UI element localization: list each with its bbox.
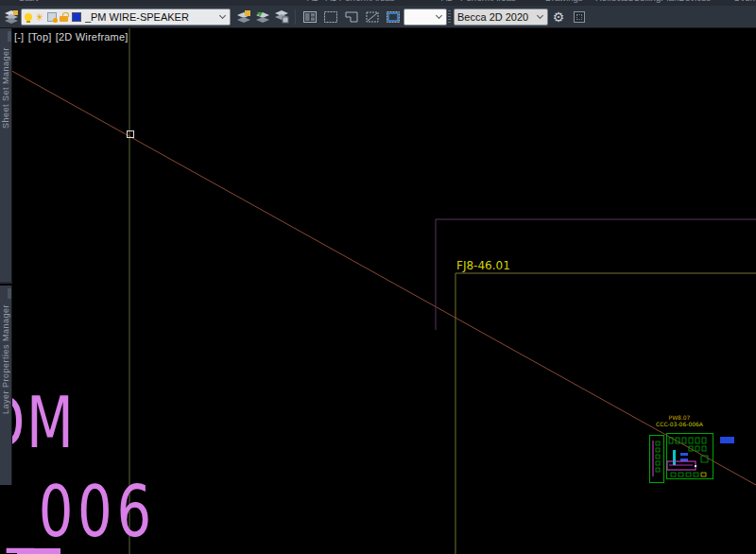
viewport-collapse-control[interactable]: [-] xyxy=(14,31,24,43)
chevron-down-icon[interactable] xyxy=(219,11,226,18)
layer-on-lightbulb-icon[interactable] xyxy=(25,13,32,21)
workspace-dropdown[interactable]: Becca 2D 2020 xyxy=(454,9,548,26)
toolbar: ☀ _PM WIRE-SPEAKER xyxy=(0,6,756,28)
big-drawing-text-line3-partial[interactable] xyxy=(17,548,60,554)
layer-properties-manager-palette-bar[interactable]: Layer Properties Manager xyxy=(0,286,12,485)
chevron-down-icon[interactable] xyxy=(436,11,442,18)
layer-color-swatch[interactable] xyxy=(72,12,81,22)
gear-icon: ⚙ xyxy=(553,10,565,24)
layer-properties-button[interactable] xyxy=(2,8,21,26)
clip-existing-viewport-button[interactable] xyxy=(383,8,404,26)
make-layer-current-icon xyxy=(236,10,251,24)
toolbar-separator xyxy=(295,9,296,25)
big-drawing-text-line2[interactable]: E_006 xyxy=(0,476,156,546)
viewport-view-control[interactable]: [Top] xyxy=(28,31,52,43)
device-label-line1[interactable]: PW8.07 xyxy=(645,414,713,421)
zone-label-text[interactable]: FJ8-46.01 xyxy=(456,259,510,272)
palette-title: Layer Properties Manager xyxy=(1,304,10,414)
layer-unlock-icon[interactable] xyxy=(60,16,68,22)
layer-name: _PM WIRE-SPEAKER xyxy=(85,11,216,23)
my-workspace-icon xyxy=(574,11,585,23)
speaker-wire-diagonal-line[interactable] xyxy=(0,64,756,485)
viewports-dialog-icon xyxy=(303,11,317,23)
make-object-layer-current-button[interactable] xyxy=(234,8,253,26)
purple-boundary-polyline[interactable] xyxy=(436,219,756,330)
blue-terminal xyxy=(680,453,688,456)
my-workspace-button[interactable] xyxy=(569,8,590,26)
viewport-controls: [-] [Top] [2D Wireframe] xyxy=(14,31,129,43)
polygonal-viewport-button[interactable] xyxy=(341,8,362,26)
palette-grip-icon xyxy=(8,31,11,42)
polygonal-viewport-icon xyxy=(345,11,358,23)
palette-grip-icon xyxy=(8,288,11,299)
file-tab[interactable]: A2 - A1 PerformAreas xyxy=(307,0,394,3)
file-tab[interactable]: Drawings xyxy=(545,0,583,3)
convert-object-to-viewport-button[interactable] xyxy=(362,8,383,26)
toolbar-grip-handle[interactable] xyxy=(448,10,451,24)
file-tab[interactable]: A2 - PerformAreas xyxy=(441,0,516,3)
chevron-down-icon[interactable] xyxy=(537,11,543,18)
clip-viewport-icon xyxy=(387,11,400,23)
blue-annotation-block[interactable] xyxy=(720,437,734,443)
single-viewport-icon xyxy=(324,11,337,23)
device-label-line2[interactable]: CCC-03-06-006A xyxy=(645,421,713,427)
layer-vp-freeze-icon[interactable] xyxy=(47,12,57,22)
device-block[interactable] xyxy=(650,434,713,483)
drawing-canvas[interactable]: [-] [Top] [2D Wireframe] FJ8-46.01 PW8.0… xyxy=(0,28,756,554)
workspace-settings-button[interactable]: ⚙ xyxy=(548,8,569,26)
layer-previous-button[interactable] xyxy=(253,8,272,26)
single-viewport-button[interactable] xyxy=(320,8,341,26)
layer-states-manager-button[interactable] xyxy=(272,8,291,26)
magenta-block xyxy=(667,461,696,470)
layer-dropdown[interactable]: ☀ _PM WIRE-SPEAKER xyxy=(21,9,231,26)
layer-previous-icon xyxy=(255,10,270,24)
viewport-scale-dropdown[interactable] xyxy=(404,9,447,26)
workspace-name: Becca 2D 2020 xyxy=(457,11,534,23)
display-viewports-dialog-button[interactable] xyxy=(300,8,320,26)
file-tab[interactable]: ReflectedCeilingPlanDevices xyxy=(595,0,711,3)
layer-thaw-sun-icon[interactable]: ☀ xyxy=(35,12,44,22)
convert-object-viewport-icon xyxy=(366,11,379,23)
cyan-terminal xyxy=(673,450,676,465)
viewport-visual-style-control[interactable]: [2D Wireframe] xyxy=(56,31,129,43)
layers-stack-icon xyxy=(4,10,19,24)
file-tab[interactable]: Overfl xyxy=(733,0,756,3)
sheet-set-manager-palette-bar[interactable]: Sheet Set Manager xyxy=(0,28,12,284)
layer-states-icon xyxy=(274,10,289,24)
palette-title: Sheet Set Manager xyxy=(1,47,10,129)
file-tab[interactable]: Start xyxy=(19,0,38,3)
